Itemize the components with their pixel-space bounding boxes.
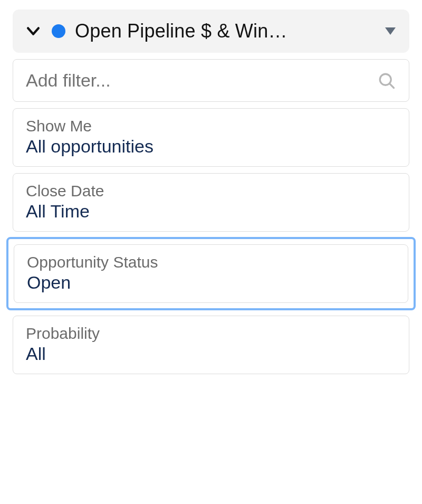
filter-label: Opportunity Status <box>27 253 395 271</box>
svg-line-1 <box>390 83 394 88</box>
filter-value: All <box>26 344 396 364</box>
filter-show-me[interactable]: Show Me All opportunities <box>13 108 409 167</box>
filter-label: Close Date <box>26 182 396 200</box>
filter-opportunity-status[interactable]: Opportunity Status Open <box>14 244 408 303</box>
filter-selected-highlight: Opportunity Status Open <box>6 237 416 310</box>
chevron-down-icon <box>24 22 42 40</box>
status-dot-icon <box>52 24 65 38</box>
report-title: Open Pipeline $ & Win… <box>75 20 372 42</box>
caret-down-icon <box>385 27 396 35</box>
filters-panel: Open Pipeline $ & Win… Show Me All oppor… <box>13 9 409 374</box>
search-icon <box>377 71 396 90</box>
filter-value: All opportunities <box>26 136 396 157</box>
filter-label: Show Me <box>26 117 396 135</box>
filter-probability[interactable]: Probability All <box>13 316 409 374</box>
add-filter-row[interactable] <box>13 59 409 102</box>
report-header-selector[interactable]: Open Pipeline $ & Win… <box>13 9 409 53</box>
filter-close-date[interactable]: Close Date All Time <box>13 173 409 232</box>
filter-value: Open <box>27 272 395 293</box>
filter-value: All Time <box>26 201 396 222</box>
add-filter-input[interactable] <box>26 70 377 91</box>
filter-label: Probability <box>26 325 396 343</box>
